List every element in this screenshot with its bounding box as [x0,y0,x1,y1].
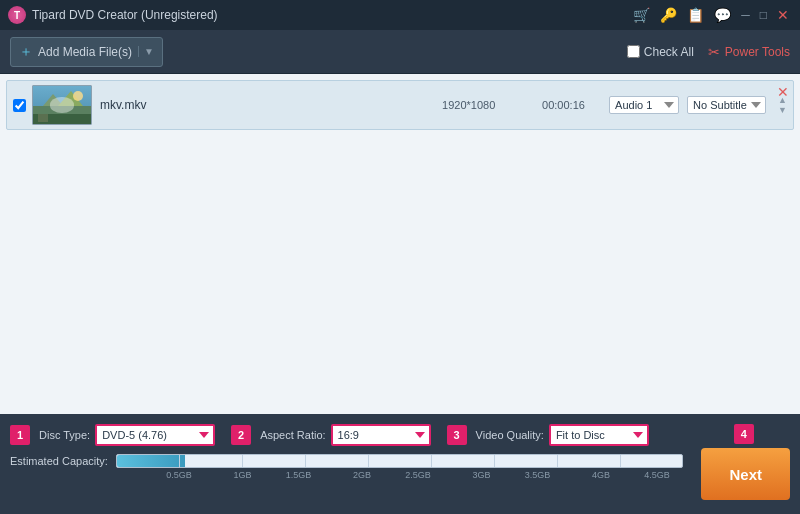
media-duration: 00:00:16 [542,99,597,111]
badge-2: 2 [231,425,251,445]
media-row-checkbox[interactable] [13,99,26,112]
key-icon[interactable]: 🔑 [657,7,680,23]
capacity-bar: 0.5GB 1GB 1.5GB 2GB 2.5GB 3GB 3.5GB 4GB … [116,454,684,468]
media-thumbnail [32,85,92,125]
maximize-icon[interactable]: □ [757,8,770,22]
power-tools-button[interactable]: ✂ Power Tools [708,44,790,60]
badge-4: 4 [734,424,754,444]
video-quality-label: Video Quality: [476,429,544,441]
toolbar-right: Check All ✂ Power Tools [627,44,790,60]
close-icon[interactable]: ✕ [774,7,792,23]
aspect-ratio-group: 2 Aspect Ratio: 16:9 4:3 [231,424,430,446]
badge-1: 1 [10,425,30,445]
svg-point-6 [73,91,83,101]
title-bar-controls: 🛒 🔑 📋 💬 ─ □ ✕ [630,7,792,23]
app-icon: T [8,6,26,24]
check-all-checkbox[interactable] [627,45,640,58]
toolbar: ＋ Add Media File(s) ▼ Check All ✂ Power … [0,30,800,74]
video-quality-select[interactable]: Fit to Disc High Medium Low [549,424,649,446]
disc-type-label: Disc Type: [39,429,90,441]
check-all-label: Check All [644,45,694,59]
remove-media-icon[interactable]: ✕ [777,84,789,100]
disc-type-group: 1 Disc Type: DVD-5 (4.76) DVD-9 (8.54) D… [10,424,215,446]
title-bar: T Tipard DVD Creator (Unregistered) 🛒 🔑 … [0,0,800,30]
title-bar-text: Tipard DVD Creator (Unregistered) [32,8,630,22]
badge-3: 3 [447,425,467,445]
clipboard-icon[interactable]: 📋 [684,7,707,23]
capacity-label: Estimated Capacity: [10,455,108,467]
video-quality-group: 3 Video Quality: Fit to Disc High Medium… [447,424,649,446]
aspect-ratio-label: Aspect Ratio: [260,429,325,441]
power-icon: ✂ [708,44,720,60]
dropdown-arrow-icon: ▼ [138,46,154,57]
svg-rect-2 [33,106,92,114]
plus-icon: ＋ [19,43,33,61]
capacity-bar-fill [117,455,185,467]
bottom-controls: 1 Disc Type: DVD-5 (4.76) DVD-9 (8.54) D… [0,414,800,514]
check-all-area[interactable]: Check All [627,45,694,59]
media-resolution: 1920*1080 [442,99,522,111]
minimize-icon[interactable]: ─ [738,8,753,22]
capacity-row: Estimated Capacity: [10,454,683,468]
media-filename: mkv.mkv [100,98,442,112]
bottom-left: 1 Disc Type: DVD-5 (4.76) DVD-9 (8.54) D… [10,424,683,474]
add-media-button[interactable]: ＋ Add Media File(s) ▼ [10,37,163,67]
next-button-section: 4 Next [701,424,790,500]
disc-type-select[interactable]: DVD-5 (4.76) DVD-9 (8.54) DVD±RW [95,424,215,446]
media-row: mkv.mkv 1920*1080 00:00:16 Audio 1 Audio… [6,80,794,130]
next-button[interactable]: Next [701,448,790,500]
cart-icon[interactable]: 🛒 [630,7,653,23]
bottom-main: 1 Disc Type: DVD-5 (4.76) DVD-9 (8.54) D… [10,424,790,500]
subtitle-select[interactable]: No Subtitle Subtitle 1 [687,96,766,114]
audio-select[interactable]: Audio 1 Audio 2 [609,96,679,114]
add-media-label: Add Media File(s) [38,45,132,59]
media-area: mkv.mkv 1920*1080 00:00:16 Audio 1 Audio… [0,74,800,414]
chat-icon[interactable]: 💬 [711,7,734,23]
settings-row: 1 Disc Type: DVD-5 (4.76) DVD-9 (8.54) D… [10,424,683,446]
power-tools-label: Power Tools [725,45,790,59]
arrow-down-icon[interactable]: ▼ [778,105,787,115]
svg-rect-5 [38,114,48,122]
aspect-ratio-select[interactable]: 16:9 4:3 [331,424,431,446]
